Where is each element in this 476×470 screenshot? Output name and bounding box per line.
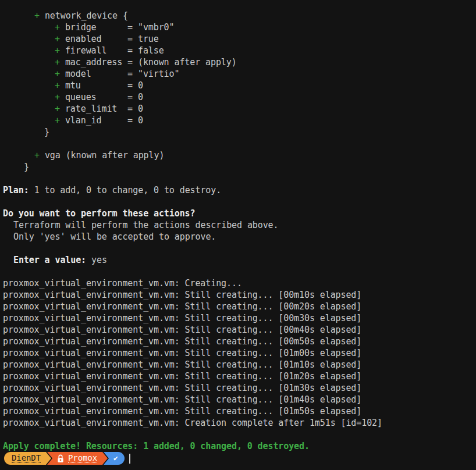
diff-add-symbol: + bbox=[55, 22, 60, 33]
apply-log-line: proxmox_virtual_environment_vm.vm: Creat… bbox=[3, 417, 476, 429]
diff-vga-text: vga (known after apply) bbox=[45, 150, 164, 161]
apply-log-line: proxmox_virtual_environment_vm.vm: Still… bbox=[3, 336, 476, 347]
blank-line bbox=[3, 266, 476, 277]
blank-line bbox=[3, 138, 476, 149]
apply-log-line: proxmox_virtual_environment_vm.vm: Still… bbox=[3, 394, 476, 405]
apply-log-line: proxmox_virtual_environment_vm.vm: Still… bbox=[3, 359, 476, 371]
diff-add-symbol: + bbox=[55, 45, 60, 56]
blank-line bbox=[3, 429, 476, 440]
diff-attribute-text: model = "virtio" bbox=[65, 69, 179, 79]
apply-complete-line: Apply complete! Resources: 1 added, 0 ch… bbox=[3, 440, 476, 452]
diff-block-header: +network_device { bbox=[3, 10, 476, 22]
diff-block: +network_device { +bridge = "vmbr0"+enab… bbox=[3, 10, 476, 173]
diff-attribute-row: +model = "virtio" bbox=[3, 68, 476, 80]
diff-attribute-row: +vlan_id = 0 bbox=[3, 115, 476, 126]
diff-attribute-list: +bridge = "vmbr0"+enabled = true+firewal… bbox=[3, 22, 476, 126]
diff-add-symbol: + bbox=[55, 57, 60, 67]
blank-line bbox=[3, 243, 476, 254]
powerline-arrow-icon bbox=[102, 452, 108, 465]
diff-attribute-text: vlan_id = 0 bbox=[65, 115, 143, 126]
diff-attribute-row: +mtu = 0 bbox=[3, 80, 476, 91]
apply-log-line: proxmox_virtual_environment_vm.vm: Creat… bbox=[3, 277, 476, 289]
diff-add-symbol: + bbox=[55, 80, 60, 91]
apply-log: proxmox_virtual_environment_vm.vm: Creat… bbox=[3, 277, 476, 429]
check-icon: ✔ bbox=[113, 453, 118, 464]
text-cursor[interactable] bbox=[129, 454, 130, 464]
prompt-path-label: Promox bbox=[68, 454, 97, 463]
apply-log-line: proxmox_virtual_environment_vm.vm: Still… bbox=[3, 347, 476, 359]
diff-add-symbol: + bbox=[55, 104, 60, 114]
diff-attribute-row: +queues = 0 bbox=[3, 91, 476, 103]
terminal-screen[interactable]: +network_device { +bridge = "vmbr0"+enab… bbox=[0, 0, 476, 470]
diff-outer-close: } bbox=[3, 161, 476, 173]
confirm-info-line: Terraform will perform the actions descr… bbox=[3, 219, 476, 231]
lock-icon bbox=[57, 454, 64, 463]
apply-log-line: proxmox_virtual_environment_vm.vm: Still… bbox=[3, 405, 476, 417]
diff-attribute-row: +bridge = "vmbr0" bbox=[3, 22, 476, 33]
diff-block-header-text: network_device { bbox=[45, 10, 128, 21]
powerline-arrow-icon bbox=[46, 452, 51, 465]
diff-add-symbol: + bbox=[55, 92, 60, 102]
diff-add-symbol: + bbox=[34, 150, 40, 161]
confirm-info-line: Only 'yes' will be accepted to approve. bbox=[3, 231, 476, 243]
diff-attribute-text: queues = 0 bbox=[65, 92, 143, 102]
diff-attribute-text: enabled = true bbox=[65, 34, 159, 44]
prompt-path-segment: Promox bbox=[47, 452, 102, 465]
apply-log-line: proxmox_virtual_environment_vm.vm: Still… bbox=[3, 301, 476, 312]
diff-attribute-row: +firewall = false bbox=[3, 45, 476, 56]
diff-add-symbol: + bbox=[55, 34, 60, 44]
apply-log-line: proxmox_virtual_environment_vm.vm: Still… bbox=[3, 289, 476, 301]
diff-vga-line: +vga (known after apply) bbox=[3, 149, 476, 161]
diff-add-symbol: + bbox=[34, 10, 40, 21]
diff-attribute-text: rate_limit = 0 bbox=[65, 104, 143, 114]
diff-attribute-row: +rate_limit = 0 bbox=[3, 103, 476, 115]
diff-inner-close: } bbox=[3, 126, 476, 138]
confirm-question: Do you want to perform these actions? bbox=[3, 208, 476, 219]
diff-attribute-row: +enabled = true bbox=[3, 33, 476, 45]
diff-attribute-text: firewall = false bbox=[65, 45, 164, 56]
plan-summary-text: 1 to add, 0 to change, 0 to destroy. bbox=[34, 185, 222, 195]
diff-attribute-text: mac_address = (known after apply) bbox=[65, 57, 237, 67]
blank-line bbox=[3, 173, 476, 184]
shell-prompt: DienDT Promox ✔ bbox=[4, 452, 476, 465]
diff-attribute-text: bridge = "vmbr0" bbox=[65, 22, 175, 33]
apply-log-line: proxmox_virtual_environment_vm.vm: Still… bbox=[3, 382, 476, 394]
diff-attribute-text: mtu = 0 bbox=[65, 80, 143, 91]
apply-log-line: proxmox_virtual_environment_vm.vm: Still… bbox=[3, 312, 476, 324]
blank-line bbox=[3, 196, 476, 208]
confirm-input-line: Enter a value:yes bbox=[3, 254, 476, 266]
diff-add-symbol: + bbox=[55, 69, 60, 79]
confirm-input-value: yes bbox=[91, 255, 107, 265]
confirm-input-label: Enter a value: bbox=[13, 255, 86, 265]
plan-summary-line: Plan:1 to add, 0 to change, 0 to destroy… bbox=[3, 184, 476, 196]
plan-label: Plan: bbox=[3, 185, 29, 195]
apply-log-line: proxmox_virtual_environment_vm.vm: Still… bbox=[3, 371, 476, 382]
diff-attribute-row: +mac_address = (known after apply) bbox=[3, 56, 476, 68]
apply-log-line: proxmox_virtual_environment_vm.vm: Still… bbox=[3, 324, 476, 336]
prompt-user-segment: DienDT bbox=[4, 452, 46, 465]
prompt-user-label: DienDT bbox=[12, 454, 41, 463]
diff-add-symbol: + bbox=[55, 115, 60, 126]
